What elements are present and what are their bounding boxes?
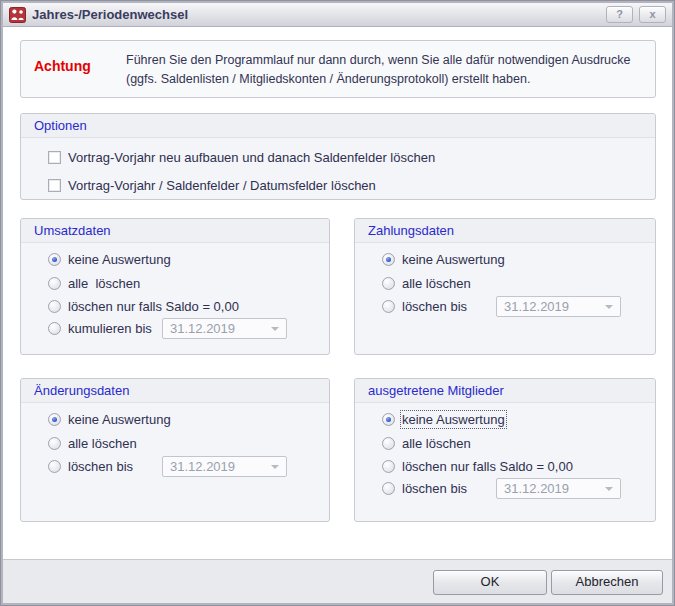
date-combobox-aender[interactable]: 31.12.2019 [162,456,287,477]
radio-row[interactable]: alle löschen [48,436,137,451]
date-combobox-umsatz[interactable]: 31.12.2019 [162,318,287,339]
radio-row[interactable]: alle löschen [382,436,471,451]
group-aenderungsdaten-title: Änderungsdaten [21,379,329,403]
title-bar: Jahres-/Periodenwechsel ? x [3,3,672,27]
radio-zahlung-loeschen-bis[interactable] [382,300,395,313]
radio-row[interactable]: löschen nur falls Saldo = 0,00 [48,299,239,314]
radio-label[interactable]: löschen nur falls Saldo = 0,00 [402,459,573,474]
chevron-down-icon [605,305,613,309]
radio-label[interactable]: löschen bis [402,481,467,496]
radio-aender-alle-loeschen[interactable] [48,437,61,450]
group-optionen: Optionen Vortrag-Vorjahr neu aufbauen un… [20,113,656,200]
radio-row[interactable]: alle löschen [48,276,140,291]
combobox-value: 31.12.2019 [170,459,235,474]
radio-aender-keine-auswertung[interactable] [48,413,61,426]
chevron-down-icon [271,465,279,469]
group-aenderungsdaten: Änderungsdaten keine Auswertung alle lös… [20,378,330,522]
group-optionen-title: Optionen [21,114,655,138]
radio-label[interactable]: keine Auswertung [402,252,505,267]
radio-row[interactable]: löschen nur falls Saldo = 0,00 [382,459,573,474]
checkbox-vortrag-loeschen[interactable] [48,179,61,192]
radio-label[interactable]: alle löschen [402,436,471,451]
radio-mitglieder-loeschen-falls-saldo[interactable] [382,460,395,473]
radio-zahlung-keine-auswertung[interactable] [382,253,395,266]
radio-label[interactable]: alle löschen [68,276,140,291]
radio-label-focused[interactable]: keine Auswertung [402,412,505,427]
radio-umsatz-keine-auswertung[interactable] [48,253,61,266]
radio-zahlung-alle-loeschen[interactable] [382,277,395,290]
checkbox-label[interactable]: Vortrag-Vorjahr / Saldenfelder / Datumsf… [68,178,376,193]
radio-mitglieder-keine-auswertung[interactable] [382,413,395,426]
radio-aender-loeschen-bis[interactable] [48,460,61,473]
button-bar: OK Abbrechen [3,559,672,604]
dialog-window: Jahres-/Periodenwechsel ? x Achtung Führ… [0,0,675,606]
radio-row[interactable]: keine Auswertung [48,412,171,427]
window-title: Jahres-/Periodenwechsel [32,7,188,22]
radio-label[interactable]: alle löschen [68,436,137,451]
radio-umsatz-alle-loeschen[interactable] [48,277,61,290]
checkbox-label[interactable]: Vortrag-Vorjahr neu aufbauen und danach … [68,150,435,165]
radio-row[interactable]: keine Auswertung [48,252,171,267]
group-umsatzdaten-title: Umsatzdaten [21,219,329,243]
checkbox-row[interactable]: Vortrag-Vorjahr / Saldenfelder / Datumsf… [48,178,376,193]
radio-label[interactable]: kumulieren bis [68,321,152,336]
app-people-icon [9,7,26,23]
group-umsatzdaten: Umsatzdaten keine Auswertung alle lösche… [20,218,330,355]
radio-row[interactable]: löschen bis [48,459,133,474]
warning-text: Führen Sie den Programmlauf nur dann dur… [126,51,641,89]
warning-label: Achtung [34,58,126,74]
radio-label[interactable]: keine Auswertung [68,412,171,427]
date-combobox-zahlung[interactable]: 31.12.2019 [496,296,621,317]
radio-label[interactable]: löschen bis [68,459,133,474]
radio-row[interactable]: alle löschen [382,276,471,291]
date-combobox-mitglieder[interactable]: 31.12.2019 [496,478,621,499]
group-zahlungsdaten: Zahlungsdaten keine Auswertung alle lösc… [354,218,656,355]
warning-panel: Achtung Führen Sie den Programmlauf nur … [20,40,656,98]
radio-umsatz-kumulieren-bis[interactable] [48,322,61,335]
chevron-down-icon [605,487,613,491]
ok-button[interactable]: OK [433,570,547,595]
radio-label[interactable]: löschen nur falls Saldo = 0,00 [68,299,239,314]
combobox-value: 31.12.2019 [504,299,569,314]
group-ausgetretene-mitglieder-title: ausgetretene Mitglieder [355,379,655,403]
close-icon[interactable]: x [639,6,666,23]
radio-row[interactable]: löschen bis [382,299,467,314]
radio-mitglieder-loeschen-bis[interactable] [382,482,395,495]
radio-label[interactable]: alle löschen [402,276,471,291]
help-button[interactable]: ? [606,6,633,23]
cancel-button[interactable]: Abbrechen [551,570,663,595]
radio-row[interactable]: keine Auswertung [382,412,505,427]
radio-row[interactable]: kumulieren bis [48,321,152,336]
radio-label[interactable]: keine Auswertung [68,252,171,267]
radio-row[interactable]: löschen bis [382,481,467,496]
radio-label[interactable]: löschen bis [402,299,467,314]
radio-umsatz-loeschen-falls-saldo[interactable] [48,300,61,313]
checkbox-vortrag-neu-aufbauen[interactable] [48,151,61,164]
group-zahlungsdaten-title: Zahlungsdaten [355,219,655,243]
group-ausgetretene-mitglieder: ausgetretene Mitglieder keine Auswertung… [354,378,656,522]
combobox-value: 31.12.2019 [504,481,569,496]
combobox-value: 31.12.2019 [170,321,235,336]
checkbox-row[interactable]: Vortrag-Vorjahr neu aufbauen und danach … [48,150,435,165]
radio-row[interactable]: keine Auswertung [382,252,505,267]
radio-mitglieder-alle-loeschen[interactable] [382,437,395,450]
chevron-down-icon [271,327,279,331]
